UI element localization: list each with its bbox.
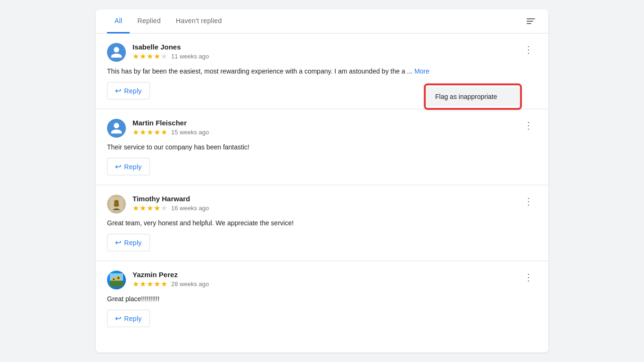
stars: ★ ★ ★ ★ ★	[132, 280, 167, 288]
review-time: 16 weeks ago	[171, 205, 209, 212]
reviewer-name: Yazmin Perez	[132, 271, 513, 279]
avatar	[107, 119, 126, 138]
review-info: Martin Fleischer ★ ★ ★ ★ ★ 15 weeks ago	[132, 119, 513, 137]
review-info: Yazmin Perez ★ ★ ★ ★ ★ 28 weeks ago	[132, 271, 513, 288]
sort-icon	[525, 16, 537, 26]
review-yazmin-perez: Yazmin Perez ★ ★ ★ ★ ★ 28 weeks ago ⋮ Gr	[96, 261, 548, 337]
review-info: Isabelle Jones ★ ★ ★ ★ ★ 11 weeks ago	[132, 43, 513, 61]
sort-button[interactable]	[525, 16, 537, 26]
svg-point-7	[117, 277, 120, 279]
more-options-button-timothy[interactable]: ⋮	[520, 195, 537, 208]
context-menu: Flag as inappropriate	[426, 85, 520, 108]
more-link[interactable]: More	[414, 67, 429, 75]
reply-icon: ↩	[115, 162, 121, 171]
reviews-list: Isabelle Jones ★ ★ ★ ★ ★ 11 weeks ago ⋮	[96, 33, 548, 337]
reply-button-yazmin[interactable]: ↩ Reply	[107, 310, 150, 327]
tab-replied[interactable]: Replied	[130, 9, 168, 33]
review-time: 15 weeks ago	[171, 129, 209, 136]
review-meta: ★ ★ ★ ★ ★ 11 weeks ago	[132, 52, 513, 61]
review-header: Isabelle Jones ★ ★ ★ ★ ★ 11 weeks ago ⋮	[107, 43, 537, 62]
avatar	[107, 195, 126, 214]
tab-all[interactable]: All	[107, 9, 130, 33]
review-timothy-harward: Timothy Harward ★ ★ ★ ★ ★ 16 weeks ago ⋮	[96, 185, 548, 261]
review-time: 28 weeks ago	[171, 280, 209, 288]
reply-icon: ↩	[115, 314, 121, 323]
reviewer-name: Timothy Harward	[132, 195, 513, 203]
review-header: Martin Fleischer ★ ★ ★ ★ ★ 15 weeks ago …	[107, 119, 537, 138]
flag-inappropriate-item[interactable]: Flag as inappropriate	[426, 87, 520, 106]
tab-havent-replied[interactable]: Haven't replied	[168, 9, 229, 33]
reply-button-martin[interactable]: ↩ Reply	[107, 158, 150, 175]
reviewer-name: Isabelle Jones	[132, 43, 513, 51]
review-text: This has by far been the easiest, most r…	[107, 66, 537, 76]
review-martin-fleischer: Martin Fleischer ★ ★ ★ ★ ★ 15 weeks ago …	[96, 109, 548, 185]
reply-icon: ↩	[115, 238, 121, 247]
review-meta: ★ ★ ★ ★ ★ 16 weeks ago	[132, 204, 513, 213]
svg-rect-3	[110, 280, 123, 287]
more-options-button-isabelle[interactable]: ⋮	[520, 43, 537, 56]
svg-point-5	[113, 279, 115, 280]
avatar	[107, 271, 126, 289]
review-meta: ★ ★ ★ ★ ★ 28 weeks ago	[132, 280, 513, 288]
review-text: Their service to our company has been fa…	[107, 142, 537, 152]
review-header: Timothy Harward ★ ★ ★ ★ ★ 16 weeks ago ⋮	[107, 195, 537, 214]
review-info: Timothy Harward ★ ★ ★ ★ ★ 16 weeks ago	[132, 195, 513, 213]
review-isabelle-jones: Isabelle Jones ★ ★ ★ ★ ★ 11 weeks ago ⋮	[96, 33, 548, 109]
reviewer-name: Martin Fleischer	[132, 119, 513, 127]
reviews-container: All Replied Haven't replied Isabelle Jon…	[96, 9, 548, 353]
stars: ★ ★ ★ ★ ★	[132, 128, 167, 137]
review-time: 11 weeks ago	[171, 53, 209, 60]
review-text: Great place!!!!!!!!!!	[107, 294, 537, 304]
more-options-button-martin[interactable]: ⋮	[520, 119, 537, 132]
tabs-bar: All Replied Haven't replied	[96, 9, 548, 33]
avatar	[107, 43, 126, 62]
stars: ★ ★ ★ ★ ★	[132, 52, 167, 61]
reply-icon: ↩	[115, 86, 121, 95]
more-options-button-yazmin[interactable]: ⋮	[520, 271, 537, 284]
stars: ★ ★ ★ ★ ★	[132, 204, 167, 213]
reply-button-isabelle[interactable]: ↩ Reply	[107, 82, 150, 99]
review-meta: ★ ★ ★ ★ ★ 15 weeks ago	[132, 128, 513, 137]
reply-button-timothy[interactable]: ↩ Reply	[107, 234, 150, 251]
svg-point-1	[114, 200, 119, 205]
review-header: Yazmin Perez ★ ★ ★ ★ ★ 28 weeks ago ⋮	[107, 271, 537, 289]
review-text: Great team, very honest and helpful. We …	[107, 218, 537, 228]
